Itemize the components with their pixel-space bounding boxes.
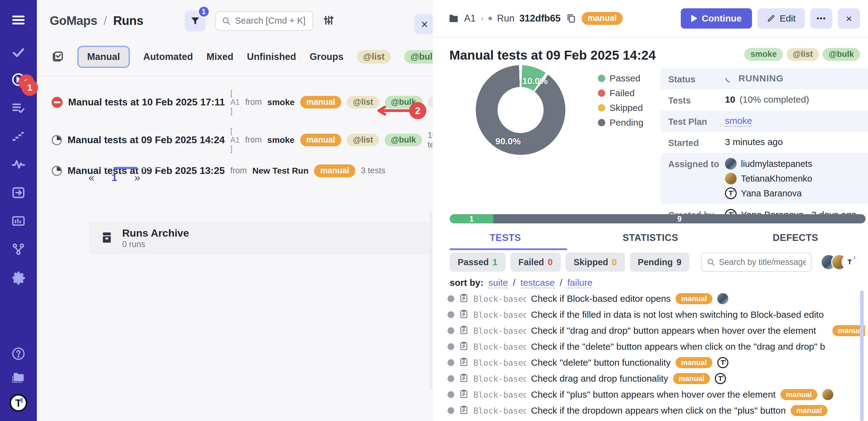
sort-by-suite[interactable]: suite [488, 278, 508, 288]
copy-icon[interactable] [566, 13, 577, 24]
account-avatar[interactable]: T [0, 392, 37, 414]
close-panel-button[interactable]: × [414, 14, 435, 34]
annotation-arrow-2 [377, 106, 411, 116]
test-row-1[interactable]: Block-based... Check if Block-based edit… [433, 291, 865, 307]
filter-button[interactable]: 1 [185, 10, 206, 31]
tag-filter-list[interactable]: @list [357, 50, 391, 64]
breadcrumb-separator: / [103, 14, 107, 27]
pagination: « 1 » [88, 171, 140, 184]
assignee[interactable]: TYana Baranova [725, 188, 812, 199]
test-row-6[interactable]: Block-based... Check drag and drop funct… [433, 371, 865, 387]
test-row-2[interactable]: Block-based... Check if the filled in da… [433, 307, 865, 322]
tab-tests[interactable]: TESTS [433, 228, 578, 250]
sidebar-item-activity[interactable] [0, 153, 37, 175]
runs-search[interactable] [215, 11, 313, 31]
projects-button[interactable] [0, 367, 37, 388]
test-title: Check if Block-based editor opens [531, 293, 671, 304]
test-title: Check if "drag and drop" button appears … [531, 326, 816, 336]
test-row-5[interactable]: Block-based... Check "delete" button fun… [433, 355, 865, 371]
tests-count: 10 [725, 94, 735, 105]
sort-controls: sort by: suite / testcase / failure [450, 278, 595, 288]
tab-statistics[interactable]: STATISTICS [578, 228, 723, 250]
filter-skipped[interactable]: Skipped0 [566, 253, 625, 272]
sidebar-item-imports[interactable] [0, 182, 37, 203]
left-panel-scrollbar[interactable] [430, 212, 433, 390]
horizontal-scrollbar[interactable] [86, 168, 163, 168]
display-settings-button[interactable] [323, 15, 335, 27]
spinner-icon [725, 74, 734, 83]
sidebar-item-milestones[interactable] [0, 125, 37, 147]
edit-button[interactable]: Edit [757, 8, 805, 29]
sidebar-item-testcases[interactable] [0, 42, 37, 63]
run-row-1[interactable]: Manual tests at 10 Feb 2025 17:11 [ A1 ]… [37, 83, 433, 121]
page-number[interactable]: 1 [112, 171, 117, 184]
run-row-2[interactable]: Manual tests at 09 Feb 2025 14:24 [ A1 ]… [37, 121, 433, 159]
folder-icon [11, 371, 26, 385]
tab-automated[interactable]: Automated [143, 51, 193, 62]
sidebar-item-test-plans[interactable] [0, 97, 37, 119]
run-id: 312dfb65 [519, 13, 560, 24]
tab-groups[interactable]: Groups [310, 51, 343, 62]
breadcrumb-project[interactable]: GoMaps [50, 14, 97, 27]
legend-passed: Passed [598, 73, 643, 84]
tab-mixed[interactable]: Mixed [207, 51, 234, 62]
pulse-icon [11, 157, 26, 171]
legend-skipped: Skipped [598, 103, 643, 113]
more-button[interactable]: ••• [810, 8, 832, 29]
page-next-button[interactable]: » [134, 171, 140, 184]
tab-manual[interactable]: Manual [78, 46, 130, 68]
scrollbar-thumb[interactable] [114, 167, 137, 169]
test-row-3[interactable]: Block-based... Check if "drag and drop" … [433, 322, 865, 339]
test-title: Check "delete" button functionality [531, 357, 671, 368]
sidebar-item-integrations[interactable] [0, 238, 37, 260]
runs-archive-card[interactable]: Runs Archive 0 runs › [89, 222, 465, 254]
assignee-avatar-stack[interactable]: T [821, 254, 858, 270]
tab-unfinished[interactable]: Unfinished [247, 51, 296, 62]
clipboard-icon [459, 405, 468, 416]
sort-by-testcase[interactable]: testcase [521, 278, 555, 288]
tests-search-input[interactable] [719, 257, 806, 267]
sidebar-item-reports[interactable] [0, 210, 37, 232]
run-tests-count: 3 tests [361, 166, 385, 175]
chart-legend: Passed Failed Skipped Pending [598, 73, 643, 128]
runs-search-input[interactable] [235, 16, 307, 26]
list-tag-badge: @list [347, 134, 379, 147]
filter-failed[interactable]: Failed0 [510, 253, 561, 272]
tests-list: Block-based... Check if Block-based edit… [433, 291, 865, 421]
skipped-dot [598, 104, 605, 112]
sidebar-item-settings[interactable] [0, 267, 37, 288]
test-row-4[interactable]: Block-based... Check if the "delete" but… [433, 339, 865, 355]
test-row-7[interactable]: Block-based... Check if "plus" button ap… [433, 387, 865, 402]
page-prev-button[interactable]: « [88, 171, 94, 184]
sort-by-failure[interactable]: failure [567, 278, 593, 288]
assignee[interactable]: TetianaKhomenko [725, 173, 812, 185]
suite-name: Block-based... [473, 310, 526, 319]
select-all-button[interactable] [52, 50, 64, 64]
clipboard-icon [459, 373, 468, 384]
avatar: T [715, 373, 726, 384]
test-plan-link[interactable]: smoke [725, 116, 752, 127]
test-plan-row: Test Plan smoke [661, 111, 868, 132]
run-suffix: [ A1 ] [230, 127, 240, 153]
tests-search[interactable] [701, 253, 811, 272]
close-detail-button[interactable]: × [838, 8, 860, 29]
test-row-partial[interactable] [433, 419, 865, 421]
breadcrumb-project[interactable]: A1 [464, 13, 476, 24]
filter-passed[interactable]: Passed1 [450, 253, 505, 272]
filter-pending[interactable]: Pending9 [630, 253, 690, 272]
tab-defects[interactable]: DEFECTS [723, 228, 868, 250]
menu-button[interactable] [0, 9, 37, 31]
tests-scrollbar[interactable] [860, 290, 864, 421]
continue-button[interactable]: Continue [681, 8, 752, 29]
run-title-row: Manual tests at 09 Feb 2025 14:24 smoke … [433, 37, 868, 63]
branch-icon [11, 242, 26, 256]
assignee[interactable]: liudmylastepanets [725, 158, 812, 170]
run-title: Manual tests at 09 Feb 2025 14:24 [67, 134, 225, 146]
suite-name: Block-based... [473, 406, 526, 416]
status-row: Status RUNNING [661, 68, 868, 89]
help-button[interactable] [0, 343, 37, 364]
bulk-tag-badge: @bulk [384, 134, 422, 147]
pending-dot-icon [447, 407, 454, 414]
failed-dot [598, 89, 605, 97]
test-row-8[interactable]: Block-based... Check if the dropdown app… [433, 402, 865, 419]
